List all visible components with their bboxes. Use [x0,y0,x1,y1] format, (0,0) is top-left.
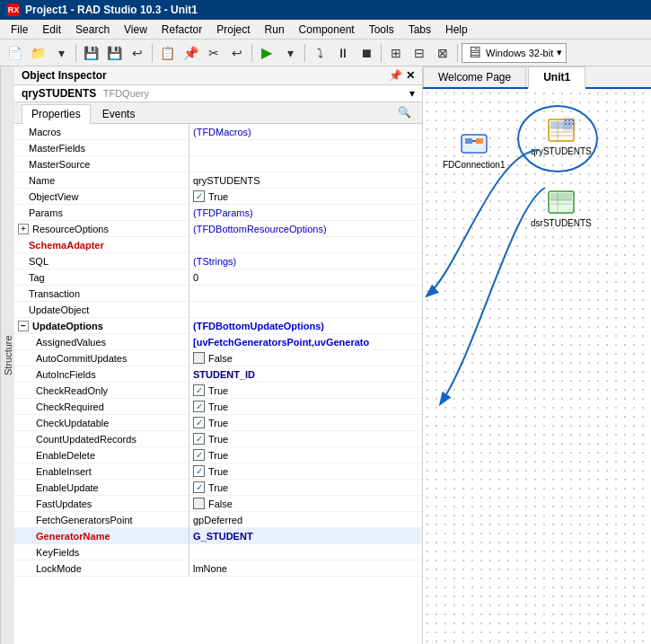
tab-welcome-page[interactable]: Welcome Page [423,66,526,87]
autocommit-checkbox[interactable] [193,352,205,364]
close-icon[interactable]: ✕ [406,69,415,82]
dropdown-btn[interactable]: ▾ [50,42,72,64]
resourceoptions-expand[interactable]: + [18,224,29,234]
tab-events[interactable]: Events [92,104,145,123]
menu-file[interactable]: File [4,22,35,38]
oi-object-dropdown[interactable]: ▾ [409,87,415,100]
objectview-checkbox[interactable]: ✓ [193,190,205,202]
prop-mastersource[interactable]: MasterSource [14,156,422,172]
component-fdconnection1[interactable]: FDConnection1 [443,129,505,170]
platform-dropdown[interactable]: 🖥 Windows 32-bit ▾ [462,43,567,63]
prop-enabledelete[interactable]: EnableDelete ✓ True [14,447,422,463]
menu-tools[interactable]: Tools [362,22,401,38]
arrows-annotation [423,89,651,644]
prop-masterfields[interactable]: MasterFields [14,140,422,156]
debug2-btn[interactable]: ⊟ [409,42,430,64]
debug1-btn[interactable]: ⊞ [385,42,407,64]
open-btn[interactable]: 📁 [27,42,48,64]
prop-transaction[interactable]: Transaction [14,286,422,302]
prop-countupdatedrecords[interactable]: CountUpdatedRecords ✓ True [14,431,422,447]
prop-checkrequired[interactable]: CheckRequired ✓ True [14,399,422,415]
pause-btn[interactable]: ⏸ [332,42,354,64]
oi-tabs: Properties Events 🔍 [14,102,422,124]
oi-object-type: TFDQuery [103,88,149,99]
menu-help[interactable]: Help [438,22,475,38]
debug3-btn[interactable]: ⊠ [432,42,453,64]
menu-run[interactable]: Run [258,22,292,38]
design-canvas[interactable]: FDConnection1 [423,89,651,644]
step-btn[interactable]: ⤵ [309,42,330,64]
save-btn[interactable]: 💾 [80,42,101,64]
menu-tabs[interactable]: Tabs [401,22,438,38]
svg-point-14 [565,123,567,125]
checkrequired-checkbox[interactable]: ✓ [193,401,205,412]
prop-enableinsert[interactable]: EnableInsert ✓ True [14,463,422,480]
svg-rect-18 [550,193,572,200]
menu-search[interactable]: Search [68,22,117,38]
oi-header: Object Inspector 📌 ✕ [14,66,422,85]
prop-objectview[interactable]: ObjectView ✓ True [14,189,422,205]
menu-view[interactable]: View [117,22,154,38]
menu-refactor[interactable]: Refactor [154,22,209,38]
prop-fastupdates[interactable]: FastUpdates False [14,496,422,512]
prop-checkupdatable[interactable]: CheckUpdatable ✓ True [14,415,422,431]
svg-point-16 [572,123,574,125]
paste-btn[interactable]: 📌 [180,42,201,64]
menu-component[interactable]: Component [292,22,362,38]
prop-params[interactable]: Params (TFDParams) [14,205,422,221]
search-icon[interactable]: 🔍 [394,104,415,123]
prop-updateoptions[interactable]: −UpdateOptions (TFDBottomUpdateOptions) [14,318,422,334]
prop-tag[interactable]: Tag 0 [14,269,422,286]
pin-icon[interactable]: 📌 [389,69,402,82]
structure-tab[interactable]: Structure [0,66,14,644]
prop-checkreadonly[interactable]: CheckReadOnly ✓ True [14,383,422,399]
prop-keyfields[interactable]: KeyFields [14,544,422,560]
undo-btn[interactable]: ↩ [226,42,248,64]
new-btn[interactable]: 📄 [4,42,25,64]
prop-enableupdate[interactable]: EnableUpdate ✓ True [14,480,422,496]
prop-autoincfields[interactable]: AutoIncFields STUDENT_ID [14,366,422,383]
component-dsrstudents[interactable]: dsrSTUDENTS [531,188,592,228]
prop-schemaadapter[interactable]: SchemaAdapter [14,237,422,253]
stop-btn[interactable]: ⏹ [356,42,377,64]
checkreadonly-checkbox[interactable]: ✓ [193,384,205,396]
prop-autocommitupdates[interactable]: AutoCommitUpdates False [14,350,422,366]
run-dropdown-btn[interactable]: ▾ [279,42,301,64]
app-icon: RX [7,4,20,16]
revert-btn[interactable]: ↩ [127,42,148,64]
prop-updateobject[interactable]: UpdateObject [14,302,422,318]
menu-edit[interactable]: Edit [35,22,68,38]
cut-btn[interactable]: ✂ [203,42,224,64]
tab-unit1[interactable]: Unit1 [528,66,585,89]
title-bar: RX Project1 - RAD Studio 10.3 - Unit1 [0,0,651,20]
fdconnection-icon [460,129,488,158]
dsrstudents-label: dsrSTUDENTS [531,218,592,228]
main-area: Structure Object Inspector 📌 ✕ qrySTUDEN… [0,66,651,644]
prop-macros[interactable]: Macros (TFDMacros) [14,124,422,140]
oi-object-bar: qrySTUDENTS TFDQuery ▾ [14,85,422,102]
enabledelete-checkbox[interactable]: ✓ [193,449,205,461]
prop-fetchgeneratorspoint[interactable]: FetchGeneratorsPoint gpDeferred [14,512,422,528]
svg-point-13 [572,119,574,121]
prop-sql[interactable]: SQL (TStrings) [14,253,422,269]
oi-object-name: qrySTUDENTS [22,87,96,100]
copy-btn[interactable]: 📋 [156,42,178,64]
dsrstudents-icon [547,188,576,216]
component-qrystudents[interactable]: qrySTUDENTS [531,116,592,156]
tab-properties[interactable]: Properties [22,104,91,124]
qrystudents-icon [547,116,576,145]
prop-lockmode[interactable]: LockMode lmNone [14,560,422,577]
save-all-btn[interactable]: 💾 [103,42,125,64]
checkupdatable-checkbox[interactable]: ✓ [193,417,205,428]
prop-name[interactable]: Name qrySTUDENTS [14,172,422,189]
prop-generatorname[interactable]: GeneratorName G_STUDENT [14,528,422,544]
menu-project[interactable]: Project [209,22,257,38]
enableinsert-checkbox[interactable]: ✓ [193,465,205,477]
fastupdates-checkbox[interactable] [193,498,205,509]
prop-assignedvalues[interactable]: AssignedValues [uvFetchGeneratorsPoint,u… [14,334,422,350]
prop-resourceoptions[interactable]: +ResourceOptions (TFDBottomResourceOptio… [14,221,422,237]
build-btn[interactable]: ▶ [256,42,277,64]
enableupdate-checkbox[interactable]: ✓ [193,481,205,493]
countupdated-checkbox[interactable]: ✓ [193,433,205,445]
updateoptions-expand[interactable]: − [18,321,29,331]
